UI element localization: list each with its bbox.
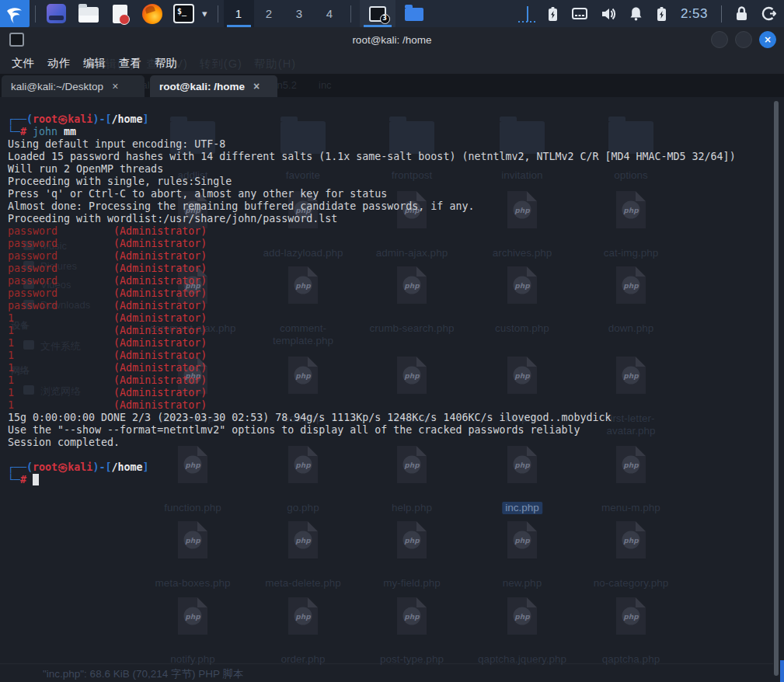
tab-1[interactable]: root@kali: /home× (150, 75, 277, 97)
terminal-line: 1 (Administrator) (8, 325, 736, 337)
terminal-line: 15g 0:00:00:00 DONE 2/3 (2023-03-30 02:5… (8, 412, 736, 424)
ghost-php-file-icon: php (178, 521, 207, 558)
tab-0[interactable]: kali@kali:~/Desktop× (2, 75, 145, 97)
firefox-launcher[interactable] (141, 3, 162, 24)
terminal-view[interactable]: "inc.php": 68.6 KiB (70,214 字节) PHP 脚本 M… (0, 97, 784, 682)
ghost-php-badge: php (294, 531, 312, 549)
tab-close-icon[interactable]: × (112, 80, 118, 92)
window-icon (47, 4, 66, 23)
menu-item-1[interactable]: 动作 (47, 56, 70, 71)
tabbar: ⌂kalibegin5.2inckali@kali:~/Desktop×root… (0, 74, 784, 97)
display-icon[interactable] (572, 8, 587, 20)
workspace-button-2[interactable]: 2 (254, 0, 284, 27)
terminal-line: password (Administrator) (8, 300, 736, 312)
terminal-line: Using default input encoding: UTF-8 (8, 138, 736, 151)
terminal-line: password (Administrator) (8, 287, 736, 300)
ghost-file-label: go.php (245, 502, 361, 514)
cpu-graph-icon[interactable] (523, 5, 532, 23)
terminal-line: ┌──(root㉿kali)-[/home] (8, 461, 736, 474)
terminal-output: ┌──(root㉿kali)-[/home]└─# john mmUsing d… (8, 113, 736, 486)
workspace-button-4[interactable]: 4 (315, 0, 345, 27)
file-manager-launcher[interactable] (78, 3, 99, 24)
taskbar-folder-button[interactable] (395, 0, 433, 27)
maximize-button[interactable] (735, 31, 752, 48)
text-editor-launcher[interactable] (110, 3, 131, 24)
ghost-file-label: function.php (134, 502, 251, 514)
terminal-line: 1 (Administrator) (8, 387, 736, 399)
terminal-line: Loaded 15 password hashes with 14 differ… (8, 151, 736, 163)
window-title: root@kali: /home (0, 34, 784, 46)
ghost-php-fold (636, 521, 646, 531)
terminal-line: 1 (Administrator) (8, 312, 736, 325)
terminal-scrollbar[interactable] (774, 101, 779, 676)
ghost-file-label: post-type.php (354, 653, 470, 666)
terminal-line: 1 (Administrator) (8, 362, 736, 374)
terminal-line: Proceeding with wordlist:/usr/share/john… (8, 213, 736, 225)
terminal-line: password (Administrator) (8, 275, 736, 287)
terminal-line (8, 449, 736, 461)
ghost-file-label-selected: inc.php (502, 502, 542, 514)
system-tray: 2:53 (523, 0, 784, 27)
top-panel: $_▾ 1234 3 (0, 0, 784, 27)
terminal-icon: $_ (173, 4, 194, 23)
ghost-file-label: meta-delete.php (245, 577, 361, 590)
titlebar[interactable]: root@kali: /home × (0, 27, 784, 53)
battery-icon[interactable] (547, 6, 559, 22)
ghost-file-label: my-field.php (354, 577, 470, 590)
clock[interactable]: 2:53 (681, 6, 708, 22)
ghost-php-fold (416, 597, 427, 607)
terminal-line: Almost done: Processing the remaining bu… (8, 200, 736, 213)
terminal-launcher[interactable]: $_ (173, 3, 194, 24)
ghost-php-badge: php (294, 607, 312, 625)
logout-icon[interactable] (761, 6, 776, 21)
window-manager-launcher[interactable] (46, 3, 67, 24)
ghost-file-label: no-category.php (573, 577, 689, 590)
ghost-php-fold (527, 597, 537, 607)
ghost-php-file-icon: php (507, 521, 537, 558)
ghost-file-label: qaptcha.php (573, 653, 689, 666)
workspace-pager: 1234 (224, 0, 345, 27)
terminal-line: password (Administrator) (8, 238, 736, 250)
ghost-php-badge: php (622, 531, 640, 549)
lock-icon[interactable] (735, 6, 748, 21)
battery-charging-icon[interactable] (656, 6, 667, 22)
ghost-file-label: notify.php (134, 653, 251, 666)
chevron-down-icon[interactable]: ▾ (202, 8, 207, 19)
ghost-scrollbar-tip (780, 660, 784, 682)
minimize-button[interactable] (711, 31, 728, 48)
menu-item-0[interactable]: 文件 (12, 56, 34, 71)
volume-icon[interactable] (601, 7, 616, 21)
terminal-line: Will run 2 OpenMP threads (8, 163, 736, 176)
folder-icon (78, 7, 99, 23)
close-button[interactable]: × (759, 31, 776, 48)
ghost-php-fold (197, 597, 207, 607)
ghost-menu-text: 编辑(E) 查看(V) 转到(G) 帮助(H) (93, 57, 296, 71)
desktop: $_▾ 1234 3 (0, 0, 784, 682)
tab-label: root@kali: /home (159, 81, 245, 92)
ghost-file-label: menu-m.php (573, 502, 689, 514)
ghost-php-file-icon: php (288, 521, 318, 558)
tab-close-icon[interactable]: × (253, 80, 260, 92)
kali-menu-button[interactable] (0, 0, 30, 27)
panel-separator (218, 5, 218, 23)
taskbar-terminal-button[interactable]: 3 (360, 0, 395, 27)
kali-logo-icon (5, 4, 25, 24)
bell-icon[interactable] (629, 6, 643, 21)
ghost-php-file-icon: php (288, 597, 318, 635)
tray-separator (721, 5, 722, 23)
terminal-line: Proceeding with single, rules:Single (8, 176, 736, 188)
terminal-line: ┌──(root㉿kali)-[/home] (8, 113, 736, 126)
terminal-line: password (Administrator) (8, 225, 736, 238)
ghost-php-fold (197, 521, 207, 531)
ghost-php-badge: php (514, 607, 531, 625)
terminal-window-icon: 3 (369, 6, 386, 22)
terminal-line: 1 (Administrator) (8, 399, 736, 412)
ghost-file-label: meta-boxes.php (134, 577, 251, 590)
terminal-line: 1 (Administrator) (8, 374, 736, 387)
workspace-button-1[interactable]: 1 (224, 0, 254, 27)
folder-window-icon (405, 8, 423, 21)
workspace-button-3[interactable]: 3 (284, 0, 315, 27)
ghost-php-file-icon: php (616, 597, 646, 635)
terminal-line: └─# (8, 474, 736, 486)
ghost-statusbar-text: "inc.php": 68.6 KiB (70,214 字节) PHP 脚本 (43, 667, 243, 681)
